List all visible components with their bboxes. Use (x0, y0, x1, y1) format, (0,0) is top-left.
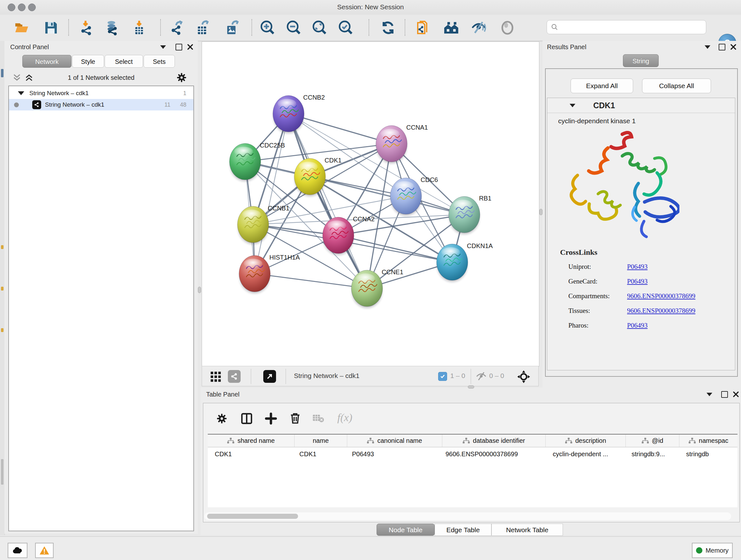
crosslink-pharos-link[interactable]: P06493 (627, 321, 648, 329)
panel-maximize-button[interactable] (719, 44, 725, 51)
function-builder-icon-disabled: f(x) (337, 412, 352, 424)
network-edge[interactable] (288, 114, 392, 144)
pan-crosshair-icon[interactable] (517, 370, 530, 383)
column-header[interactable]: shared name (208, 435, 294, 447)
table-horizontal-scrollbar[interactable] (205, 512, 731, 520)
tab-network-table[interactable]: Network Table (491, 523, 563, 536)
protein-section-header[interactable]: CDK1 (547, 98, 735, 113)
network-node-HIST1H1A[interactable]: HIST1H1A (239, 254, 300, 293)
network-node-CCNA2[interactable]: CCNA2 (323, 215, 375, 255)
delete-table-icon-disabled (313, 414, 324, 423)
crosslink-uniprot-link[interactable]: P06493 (627, 263, 648, 271)
string-network-graph[interactable]: CCNB2CCNA1CDC25BCDK1CDC6RB1CCNB1CCNA2CDK… (202, 42, 539, 366)
zoom-selected-button[interactable] (338, 20, 354, 36)
edge-speck (1, 459, 3, 485)
hidden-node-edge-counts: 0 – 0 (489, 372, 504, 380)
expand-all-button[interactable]: Expand All (570, 78, 633, 93)
tab-string[interactable]: String (623, 54, 659, 67)
search-input[interactable] (547, 20, 706, 34)
network-node-RB1[interactable]: RB1 (449, 195, 491, 234)
open-session-button[interactable] (14, 20, 30, 36)
delete-column-trash-icon[interactable] (289, 412, 301, 425)
network-node-CCNA1[interactable]: CCNA1 (376, 124, 428, 163)
network-edge[interactable] (255, 273, 367, 288)
export-network-button[interactable] (170, 20, 186, 36)
network-overview-toggle[interactable] (228, 370, 241, 383)
column-header[interactable]: @id (626, 435, 679, 447)
save-session-button[interactable] (43, 20, 59, 36)
crosslink-genecard-link[interactable]: P06493 (627, 277, 648, 286)
network-collection-row[interactable]: String Network – cdk1 1 (9, 87, 193, 99)
network-node-CDC6[interactable]: CDC6 (390, 176, 438, 215)
warnings-button[interactable] (35, 543, 54, 558)
panel-maximize-button[interactable] (721, 391, 728, 398)
string-import-button[interactable] (415, 20, 431, 36)
cloud-status-button[interactable] (8, 543, 27, 558)
scrollbar-thumb[interactable] (207, 514, 298, 519)
show-columns-icon[interactable] (240, 412, 253, 425)
node-label: CDKN1A (467, 242, 493, 249)
panel-float-button[interactable] (160, 45, 166, 49)
column-header[interactable]: name (294, 435, 347, 447)
network-edge[interactable] (255, 114, 288, 273)
vertical-splitter-handle[interactable] (539, 209, 542, 215)
column-header[interactable]: namespac (679, 435, 738, 447)
import-network-database-button[interactable] (104, 20, 120, 36)
network-view-canvas[interactable]: CCNB2CCNA1CDC25BCDK1CDC6RB1CCNB1CCNA2CDK… (202, 42, 539, 367)
tab-network[interactable]: Network (22, 55, 71, 68)
memory-button[interactable]: Memory (692, 543, 733, 558)
zoom-in-button[interactable] (260, 20, 276, 36)
crosslink-compartments-link[interactable]: 9606.ENSP00000378699 (627, 292, 695, 300)
gear-icon[interactable] (176, 72, 187, 83)
node-count: 11 (164, 102, 171, 108)
apply-layout-button[interactable] (380, 20, 396, 36)
string-home-button[interactable] (443, 20, 459, 36)
birds-eye-view-icon[interactable] (210, 371, 222, 383)
column-header[interactable]: database identifier (442, 435, 546, 447)
column-mapped-icon (367, 438, 374, 444)
tab-style[interactable]: Style (72, 55, 104, 68)
network-node-CCNE1[interactable]: CCNE1 (351, 268, 403, 308)
section-collapse-icon[interactable] (569, 104, 576, 107)
network-edge[interactable] (288, 114, 367, 288)
tree-expand-icon[interactable] (18, 91, 24, 95)
tab-node-table[interactable]: Node Table (377, 523, 434, 536)
collapse-all-button[interactable]: Collapse All (642, 78, 711, 93)
tab-edge-table[interactable]: Edge Table (434, 523, 491, 536)
export-table-button[interactable] (195, 20, 211, 36)
column-header[interactable]: description (546, 435, 626, 447)
import-network-file-button[interactable] (79, 20, 95, 36)
add-column-plus-icon[interactable] (265, 412, 277, 425)
tab-sets[interactable]: Sets (144, 55, 175, 68)
hide-graphics-details-button[interactable] (471, 20, 487, 36)
export-network-icon (171, 20, 186, 36)
column-mapped-icon (565, 438, 572, 444)
network-node-CDKN1A[interactable]: CDKN1A (436, 242, 493, 282)
network-edge[interactable] (338, 235, 452, 262)
open-in-window-button[interactable] (263, 370, 276, 383)
network-node-CCNB1[interactable]: CCNB1 (238, 205, 289, 244)
crosslink-tissues-link[interactable]: 9606.ENSP00000378699 (627, 307, 695, 315)
show-graphics-details-button[interactable] (499, 20, 515, 36)
selected-checkbox[interactable] (438, 372, 447, 381)
panel-close-button[interactable] (733, 391, 739, 397)
network-row-selected[interactable]: String Network – cdk1 11 48 (9, 99, 193, 111)
vertical-splitter-handle[interactable] (198, 287, 201, 293)
table-settings-gear-icon[interactable] (216, 413, 227, 424)
network-node-CCNB2[interactable]: CCNB2 (273, 94, 325, 133)
zoom-fit-button[interactable] (312, 20, 328, 36)
edge-speck (1, 245, 3, 249)
export-image-button[interactable] (224, 20, 240, 36)
panel-maximize-button[interactable] (176, 44, 182, 51)
horizontal-splitter-handle[interactable] (468, 385, 474, 388)
zoom-out-button[interactable] (286, 20, 302, 36)
tab-select[interactable]: Select (105, 55, 143, 68)
panel-close-button[interactable] (187, 44, 193, 50)
table-row[interactable]: CDK1 CDK1 P06493 9606.ENSP00000378699 cy… (208, 447, 738, 461)
panel-float-button[interactable] (704, 45, 711, 49)
column-header[interactable]: canonical name (347, 435, 442, 447)
import-table-file-button[interactable] (131, 20, 147, 36)
panel-float-button[interactable] (706, 393, 712, 396)
panel-close-button[interactable] (730, 44, 737, 50)
control-panel-title: Control Panel (10, 44, 49, 51)
